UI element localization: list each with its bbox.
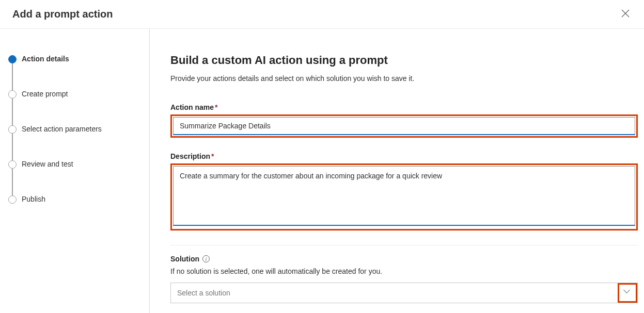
step-connector xyxy=(12,169,13,195)
step-circle-icon xyxy=(8,195,17,204)
close-button[interactable] xyxy=(619,7,632,21)
step-publish[interactable]: Publish xyxy=(8,195,141,203)
dialog-content: Action details Create prompt Select acti… xyxy=(0,29,644,313)
step-connector xyxy=(12,134,13,160)
solution-select[interactable] xyxy=(170,283,638,303)
action-name-input[interactable] xyxy=(173,117,635,135)
dialog-title: Add a prompt action xyxy=(12,8,113,20)
solution-select-display[interactable] xyxy=(171,284,618,302)
main-panel: Build a custom AI action using a prompt … xyxy=(150,29,644,313)
required-asterisk: * xyxy=(211,152,214,160)
action-name-label-text: Action name xyxy=(170,103,214,111)
step-review-and-test[interactable]: Review and test xyxy=(8,160,141,195)
page-title: Build a custom AI action using a prompt xyxy=(170,54,638,67)
highlight-description: Create a summary for the customer about … xyxy=(170,163,638,230)
close-icon xyxy=(621,9,630,18)
step-select-action-parameters[interactable]: Select action parameters xyxy=(8,125,141,160)
step-circle-icon xyxy=(8,160,17,169)
step-circle-icon xyxy=(8,90,17,98)
step-circle-icon xyxy=(8,125,17,134)
step-action-details[interactable]: Action details xyxy=(8,55,141,90)
solution-group: Solution i If no solution is selected, o… xyxy=(170,255,638,303)
step-label: Create prompt xyxy=(22,90,68,98)
wizard-steps-sidebar: Action details Create prompt Select acti… xyxy=(0,29,150,313)
info-icon[interactable]: i xyxy=(202,255,210,262)
page-subheading: Provide your actions details and select … xyxy=(170,74,638,83)
description-input[interactable]: Create a summary for the customer about … xyxy=(173,166,635,226)
chevron-down-icon xyxy=(624,290,631,296)
description-group: Description* Create a summary for the cu… xyxy=(170,152,638,230)
step-connector xyxy=(12,63,13,90)
step-label: Action details xyxy=(22,55,69,63)
section-separator xyxy=(170,245,638,245)
step-circle-icon xyxy=(8,55,17,63)
step-label: Select action parameters xyxy=(22,125,102,133)
solution-hint: If no solution is selected, one will aut… xyxy=(170,267,638,275)
action-name-label: Action name* xyxy=(170,103,638,111)
step-label: Publish xyxy=(22,195,45,203)
highlight-action-name xyxy=(170,114,638,138)
description-label-text: Description xyxy=(170,152,210,160)
step-list: Action details Create prompt Select acti… xyxy=(8,55,141,203)
solution-label-text: Solution xyxy=(170,255,199,263)
solution-dropdown-toggle[interactable] xyxy=(618,283,637,303)
required-asterisk: * xyxy=(215,103,217,111)
action-name-group: Action name* xyxy=(170,103,638,138)
step-label: Review and test xyxy=(22,160,73,168)
dialog-header: Add a prompt action xyxy=(0,0,644,29)
description-label: Description* xyxy=(170,152,638,160)
step-connector xyxy=(12,98,13,125)
solution-label: Solution i xyxy=(170,255,638,263)
step-create-prompt[interactable]: Create prompt xyxy=(8,90,141,125)
